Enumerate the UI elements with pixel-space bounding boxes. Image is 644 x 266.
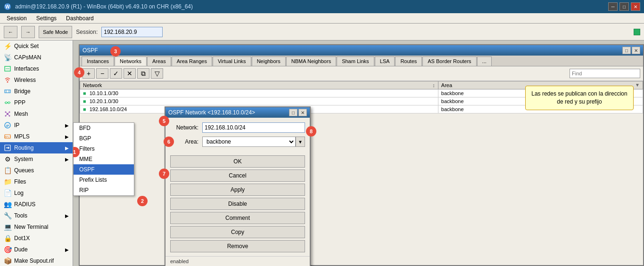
session-input[interactable] bbox=[101, 27, 163, 37]
area-label: Area: bbox=[170, 138, 198, 145]
indicator-2: 2 bbox=[137, 196, 148, 206]
network-input[interactable] bbox=[202, 122, 305, 133]
network-row: Network: bbox=[170, 122, 305, 133]
sidebar-item-new-terminal[interactable]: 💻 New Terminal bbox=[0, 221, 73, 233]
find-input[interactable] bbox=[570, 69, 640, 78]
ospf-toolbar: + − ✓ ✕ ⧉ ▽ bbox=[80, 66, 643, 81]
sidebar-item-capsman[interactable]: 📡 CAPsMAN bbox=[0, 52, 73, 63]
files-icon: 📁 bbox=[4, 178, 11, 185]
sidebar-item-ppp[interactable]: PPP bbox=[0, 97, 73, 108]
check-icon: ✓ bbox=[113, 70, 119, 77]
content-area: 1 2 3 OSPF □ ✕ Instances bbox=[73, 40, 644, 266]
main-layout: ⚡ Quick Set 📡 CAPsMAN Interfaces Wireles… bbox=[0, 40, 644, 266]
sidebar-item-queues[interactable]: 📋 Queues bbox=[0, 165, 73, 176]
copy-button[interactable]: ⧉ bbox=[137, 68, 149, 79]
menu-dashboard[interactable]: Dashboard bbox=[61, 14, 99, 23]
queues-icon: 📋 bbox=[4, 167, 11, 174]
tab-areas[interactable]: Areas bbox=[147, 56, 171, 66]
disable-button[interactable]: Disable bbox=[170, 198, 305, 210]
comment-button[interactable]: Comment bbox=[170, 212, 305, 224]
dialog-close-button[interactable]: ✕ bbox=[298, 109, 307, 116]
sidebar-item-log[interactable]: 📄 Log bbox=[0, 187, 73, 199]
sidebar-item-dot1x[interactable]: 🔒 Dot1X bbox=[0, 233, 73, 244]
tab-area-ranges[interactable]: Area Ranges bbox=[172, 56, 212, 66]
tab-as-border-routers[interactable]: AS Border Routers bbox=[422, 56, 476, 66]
back-button[interactable]: ← bbox=[4, 26, 17, 38]
check-button[interactable]: ✓ bbox=[110, 68, 122, 79]
ospf-close-button[interactable]: ✕ bbox=[632, 47, 640, 54]
sidebar-item-routing[interactable]: Routing ▶ bbox=[0, 142, 73, 153]
app-title: admin@192.168.20.9 (R1) - WinBox (64bit)… bbox=[15, 3, 193, 10]
menu-settings[interactable]: Settings bbox=[32, 14, 61, 23]
maximize-button[interactable]: □ bbox=[619, 2, 629, 11]
network-cell: ■ 10.10.1.0/30 bbox=[80, 89, 438, 97]
sidebar-label-files: Files bbox=[14, 178, 26, 185]
sidebar-label-ip: IP bbox=[14, 122, 19, 129]
filter-button[interactable]: ▽ bbox=[151, 68, 163, 79]
sidebar-item-ip[interactable]: IP IP ▶ bbox=[0, 120, 73, 131]
tab-nbma-neighbors[interactable]: NBMA Neighbors bbox=[286, 56, 336, 66]
tab-lsa[interactable]: LSA bbox=[375, 56, 395, 66]
sidebar-item-radius[interactable]: 👥 RADIUS bbox=[0, 199, 73, 210]
indicator-5: 5 bbox=[159, 116, 169, 126]
apply-button[interactable]: Apply bbox=[170, 184, 305, 196]
tab-more[interactable]: ... bbox=[477, 56, 492, 66]
remove-button[interactable]: − bbox=[96, 68, 108, 79]
indicator-8: 8 bbox=[306, 126, 316, 137]
ospf-restore-button[interactable]: □ bbox=[622, 47, 631, 54]
menu-session[interactable]: Session bbox=[2, 14, 32, 23]
cancel-button[interactable]: Cancel bbox=[170, 169, 305, 182]
sidebar-item-wireless[interactable]: Wireless bbox=[0, 74, 73, 86]
tab-networks[interactable]: Networks bbox=[115, 56, 147, 66]
sidebar-item-system[interactable]: ⚙ System ▶ bbox=[0, 153, 73, 165]
wireless-icon bbox=[4, 76, 11, 84]
dialog-content: Network: 6 Area: backbone bbox=[165, 118, 310, 155]
dude-arrow-icon: ▶ bbox=[65, 247, 69, 252]
sidebar-item-bridge[interactable]: Bridge bbox=[0, 86, 73, 97]
dialog-restore-button[interactable]: □ bbox=[289, 109, 297, 116]
sidebar-label-quick-set: Quick Set bbox=[14, 43, 39, 49]
sidebar-item-files[interactable]: 📁 Files bbox=[0, 176, 73, 187]
svg-point-4 bbox=[7, 81, 8, 83]
system-icon: ⚙ bbox=[4, 155, 11, 163]
sidebar-item-make-supout[interactable]: 📦 Make Supout.rif bbox=[0, 255, 73, 266]
copy-entry-button[interactable]: Copy bbox=[170, 226, 305, 238]
minimize-button[interactable]: ─ bbox=[608, 2, 618, 11]
connection-indicator bbox=[634, 29, 640, 35]
ok-button[interactable]: OK bbox=[170, 155, 305, 168]
remove-entry-button[interactable]: Remove bbox=[170, 240, 305, 252]
indicator-4: 4 bbox=[74, 67, 84, 78]
sidebar-item-mpls[interactable]: MPLS MPLS ▶ bbox=[0, 131, 73, 142]
sidebar-label-interfaces: Interfaces bbox=[14, 65, 39, 72]
sidebar-item-quick-set[interactable]: ⚡ Quick Set bbox=[0, 40, 73, 52]
menu-bar: Session Settings Dashboard bbox=[0, 13, 644, 24]
sidebar-item-dude[interactable]: 🎯 Dude ▶ bbox=[0, 244, 73, 255]
window-controls: ─ □ ✕ bbox=[608, 2, 640, 11]
indicator-7: 7 bbox=[159, 169, 169, 179]
forward-button[interactable]: → bbox=[21, 26, 35, 38]
sidebar-label-capsman: CAPsMAN bbox=[14, 54, 41, 61]
sidebar-label-wireless: Wireless bbox=[14, 77, 36, 83]
tab-routes[interactable]: Routes bbox=[395, 56, 422, 66]
sidebar-label-routing: Routing bbox=[14, 145, 33, 151]
sort-arrow-icon: ↕ bbox=[432, 82, 435, 88]
sidebar-label-mpls: MPLS bbox=[14, 133, 30, 140]
safe-mode-button[interactable]: Safe Mode bbox=[39, 26, 72, 38]
tab-virtual-links[interactable]: Virtual Links bbox=[213, 56, 251, 66]
area-dropdown-button[interactable]: ▼ bbox=[296, 137, 305, 147]
close-button[interactable]: ✕ bbox=[631, 2, 640, 11]
tab-instances[interactable]: Instances bbox=[82, 56, 114, 66]
cross-button[interactable]: ✕ bbox=[124, 68, 136, 79]
sidebar-item-tools[interactable]: 🔧 Tools ▶ bbox=[0, 210, 73, 221]
area-select[interactable]: backbone bbox=[202, 137, 296, 147]
bridge-icon bbox=[4, 88, 11, 95]
tab-sham-links[interactable]: Sham Links bbox=[337, 56, 374, 66]
tools-icon: 🔧 bbox=[4, 212, 11, 219]
add-button[interactable]: + bbox=[83, 68, 95, 79]
sidebar-item-mesh[interactable]: Mesh bbox=[0, 108, 73, 120]
tab-neighbors[interactable]: Neighbors bbox=[252, 56, 286, 66]
callout-networks: Las redes se publican con la direccion d… bbox=[525, 86, 634, 110]
remove-icon: − bbox=[100, 70, 104, 77]
sidebar-item-interfaces[interactable]: Interfaces bbox=[0, 63, 73, 74]
dialog-titlebar: OSPF Network <192.168.10.0/24> □ ✕ bbox=[165, 107, 310, 118]
